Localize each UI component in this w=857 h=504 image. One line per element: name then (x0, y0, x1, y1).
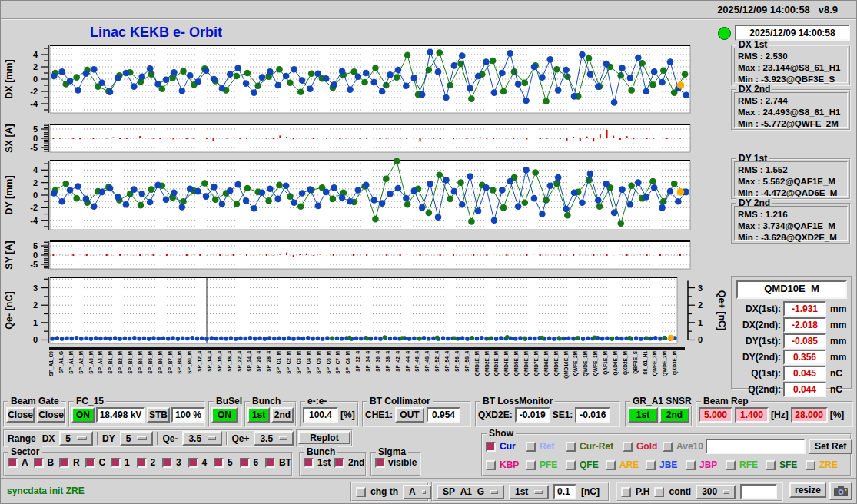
beam-gate-title: Beam Gate (8, 396, 61, 406)
show-item: RFE (726, 459, 766, 470)
svg-text:4: 4 (33, 165, 38, 174)
status-message: syncdata init ZRE (7, 486, 85, 496)
gr-a1-2nd-button[interactable]: 2nd (659, 407, 689, 423)
fc15-stb-button[interactable]: STB (147, 407, 170, 423)
sector-checkbox-2[interactable] (137, 458, 147, 468)
sector-label: 3 (176, 457, 181, 468)
option-menu-icon (422, 490, 426, 494)
range-qe-plus-select[interactable]: 3.5 (254, 431, 294, 446)
ph-checkbox[interactable] (621, 487, 631, 497)
bpm-label: QMD1E_M (475, 351, 480, 376)
ref-file-input[interactable] (706, 439, 806, 454)
show-checkbox-jbe[interactable] (646, 460, 656, 470)
option-menu-icon (208, 436, 216, 440)
points-select[interactable]: 300 (696, 485, 736, 499)
points-value: 300 (702, 486, 717, 497)
show-checkbox-pfe[interactable] (526, 460, 536, 470)
show-item: Ave10 (663, 441, 703, 452)
bpm-label: SP_52_4 (435, 351, 440, 372)
bt-lossmonitor-group: BT LossMonitor QXD2E: -0.019 SE1: -0.016 (475, 401, 620, 427)
bpm-label: QWDE_2M (663, 351, 668, 376)
beam-rep-percent-unit: [%] (830, 410, 845, 420)
monitor-row-unit: mm (830, 303, 846, 314)
resize-button[interactable]: resize (789, 482, 826, 498)
sp-bunch-select[interactable]: 1st (509, 485, 549, 499)
show-checkbox-gold[interactable] (623, 442, 633, 452)
sx-steering-plot: -505SX [A] (1, 122, 727, 154)
range-qe-minus-select[interactable]: 3.5 (182, 431, 222, 446)
bpm-label: QMD10E_M (564, 351, 570, 379)
show-checkbox-ref[interactable] (526, 442, 536, 452)
set-ref-button[interactable]: Set Ref (809, 439, 852, 454)
threshold-input[interactable] (553, 484, 576, 499)
bt-lossmonitor-title: BT LossMonitor (480, 396, 555, 406)
option-menu-icon (137, 436, 147, 440)
gr-a1-1st-button[interactable]: 1st (628, 407, 658, 423)
bpm-label: QWDE_1M (583, 351, 589, 376)
chg-th-select[interactable]: A (403, 485, 432, 499)
bt-collimator-title: BT Collimator (367, 396, 433, 406)
bpm-label: SP_14_4 (208, 351, 213, 372)
show-checkbox-rfe[interactable] (726, 460, 736, 470)
show-checkbox-qfe[interactable] (566, 460, 576, 470)
show-checkbox-jbp[interactable] (686, 460, 696, 470)
sector-checkbox-r[interactable] (59, 458, 69, 468)
fc15-title: FC_15 (74, 396, 106, 406)
sigma-visible-checkbox[interactable] (375, 458, 385, 468)
conti-checkbox[interactable] (654, 487, 664, 497)
replot-box: Replot (296, 429, 353, 447)
range-dx-select[interactable]: 5 (59, 431, 93, 446)
show-checkbox-cur-ref[interactable] (566, 442, 576, 452)
show-label: JBE (659, 459, 677, 470)
gr-a1-snsr-group: GR_A1 SNSR 1st 2nd (625, 401, 693, 427)
che1-out-button[interactable]: OUT (395, 407, 424, 423)
sector-checkbox-b[interactable] (34, 458, 44, 468)
monitor-row: DX(1st):-1.931mm (735, 301, 849, 317)
sector-checkbox-c[interactable] (85, 458, 95, 468)
busel-on-button[interactable]: ON (211, 407, 238, 423)
bpm-label: SP_B7_M (168, 351, 174, 374)
divider (157, 432, 158, 445)
sector-checkbox-a[interactable] (8, 458, 18, 468)
svg-text:Qe+ [nC]: Qe+ [nC] (716, 290, 727, 330)
show-checkbox-are[interactable] (606, 460, 616, 470)
fc15-on-button[interactable]: ON (71, 407, 95, 423)
show-checkbox-sfe[interactable] (766, 460, 776, 470)
bpm-label: SP_18_4 (228, 351, 233, 372)
sector-checkbox-6[interactable] (240, 458, 250, 468)
bunch-checkbox-1st[interactable] (304, 458, 314, 468)
bunch-2nd-button[interactable]: 2nd (271, 407, 294, 423)
show-label: RFE (739, 459, 758, 470)
monitor-row: Q(1st):0.045nC (735, 366, 849, 381)
sp-name-select[interactable]: SP_A1_G (437, 485, 504, 499)
bunch-checkbox-title: Bunch (304, 446, 337, 457)
show-checkbox-kbp[interactable] (486, 460, 496, 470)
bunch-checkbox-2nd[interactable] (334, 458, 344, 468)
divider (97, 432, 98, 445)
gr-a1-snsr-title: GR_A1 SNSR (630, 396, 694, 406)
show-checkbox-zre[interactable] (806, 460, 815, 470)
sector-checkbox-4[interactable] (188, 458, 198, 468)
range-dy-select[interactable]: 5 (120, 431, 154, 446)
show-checkbox-cur[interactable] (486, 442, 496, 452)
sector-checkbox-5[interactable] (214, 458, 224, 468)
sector-checkbox-1[interactable] (111, 458, 121, 468)
sector-label: 5 (228, 457, 233, 468)
bunch-1st-button[interactable]: 1st (247, 407, 270, 423)
show-checkbox-ave10[interactable] (663, 442, 673, 452)
ph-label: P.H (636, 486, 649, 497)
screenshot-button[interactable] (829, 482, 852, 500)
che1-value: 0.954 (427, 407, 460, 423)
sector-checkbox-3[interactable] (162, 458, 172, 468)
sector-checkbox-bt[interactable] (265, 458, 275, 468)
acquisition-box: P.H conti 300 (616, 482, 783, 502)
beam-gate-close-1-button[interactable]: Close (6, 407, 35, 423)
replot-button[interactable]: Replot (298, 431, 350, 444)
conti-label: conti (669, 486, 691, 497)
free-input[interactable] (740, 484, 777, 499)
bpm-label: QMD4E_M (504, 351, 510, 376)
beam-gate-close-2-button[interactable]: Close (37, 407, 65, 423)
bpm-label: SP_16_4 (218, 351, 223, 372)
chg-th-checkbox[interactable] (356, 487, 366, 497)
option-menu-icon (723, 490, 729, 494)
